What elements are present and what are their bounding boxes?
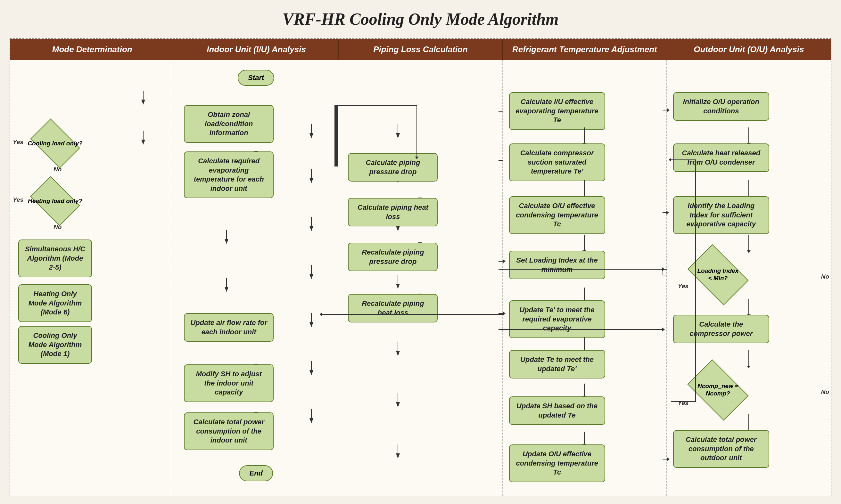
diamond-ncomp: Ncomp_new ≈ Ncomp? [676,366,760,414]
box-obtain-zonal: Obtain zonal load/condition information [184,105,274,143]
box-update-te: Update Te to meet the updated Te' [509,350,605,378]
page-title: VRF-HR Cooling Only Mode Algorithm [10,10,831,29]
diamond-loading-index: Loading Index < Min? [676,251,760,299]
yes-label-cooling: Yes [13,139,23,146]
box-calc-ou-effective-cond: Calculate O/U effective condensing tempe… [509,196,605,234]
col-header-refrigerant: Refrigerant Temperature Adjustment [503,39,667,60]
box-calc-piping-pressure: Calculate piping pressure drop [348,153,438,182]
box-calc-req-evap: Calculate required evaporating temperatu… [184,151,274,198]
box-simultaneous: Simultaneous H/C Algorithm (Mode 2-5) [18,239,92,277]
box-set-loading-index: Set Loading Index at the minimum [509,251,605,279]
box-init-ou: Initialize O/U operation conditions [673,92,769,121]
oval-start: Start [238,70,274,86]
col-header-piping: Piping Loss Calculation [339,39,503,60]
box-calc-total-power-iu: Calculate total power consumption of the… [184,412,274,450]
box-calc-piping-heat: Calculate piping heat loss [348,198,438,227]
box-update-airflow: Update air flow rate for each indoor uni… [184,313,274,342]
box-update-sh: Update SH based on the updated Te [509,396,605,425]
col-header-mode: Mode Determination [10,39,174,60]
box-update-ou-cond: Update O/U effective condensing temperat… [509,445,605,482]
loading-index-label: Loading Index < Min? [697,267,739,282]
box-modify-sh: Modify SH to adjust the indoor unit capa… [184,364,274,402]
diamond-heating-load: Heating load only? [26,182,84,220]
box-calc-iu-effective-evap: Calculate I/U effective evaporating temp… [509,92,605,130]
box-calc-comp-power: Calculate the compressor power [673,315,769,343]
box-calc-comp-suction: Calculate compressor suction saturated t… [509,143,605,181]
heating-load-label: Heating load only? [28,198,82,205]
diamond-cooling-load: Cooling load only? [26,124,84,163]
columns-header: Mode Determination Indoor Unit (I/U) Ana… [10,39,831,60]
no-label-ncomp: No [821,389,829,395]
box-recalc-piping-heat: Recalculate piping heat loss [348,294,438,322]
yes-label-loading: Yes [678,283,688,290]
box-identify-loading: Identify the Loading Index for sufficien… [673,196,769,234]
ncomp-label: Ncomp_new ≈ Ncomp? [697,383,739,397]
box-calc-heat-released: Calculate heat released from O/U condens… [673,143,769,172]
box-recalc-piping-pressure: Recalculate piping pressure drop [348,243,438,271]
box-cooling-only: Cooling Only Mode Algorithm (Mode 1) [18,326,92,364]
box-update-te-prime: Update Te' to meet the required evaporat… [509,300,605,338]
no-label-loading: No [821,273,829,280]
oval-end: End [239,465,273,481]
box-calc-total-power-ou: Calculate total power consumption of the… [673,430,769,468]
no-label-cooling: No [53,166,62,173]
col-header-indoor: Indoor Unit (I/U) Analysis [174,39,338,60]
yes-label-heating: Yes [13,196,23,203]
diagram-wrapper: Cooling load only? Yes No Heating load o… [10,60,831,496]
diagram-container: Mode Determination Indoor Unit (I/U) Ana… [10,38,831,496]
no-label-heating: No [53,223,62,231]
box-heating-only: Heating Only Mode Algorithm (Mode 6) [18,284,92,322]
yes-label-ncomp: Yes [678,400,688,407]
cooling-load-label: Cooling load only? [28,140,83,147]
col-header-outdoor: Outdoor Unit (O/U) Analysis [667,39,831,60]
